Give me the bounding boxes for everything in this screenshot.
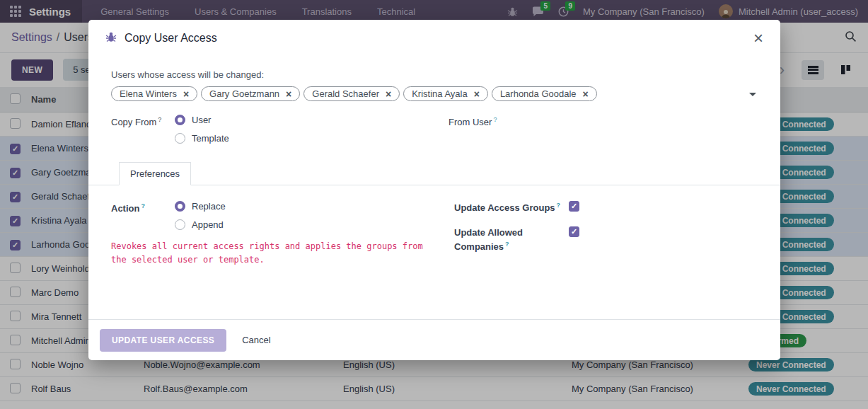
user-tag[interactable]: Kristina Ayala×: [403, 86, 488, 101]
dialog-body: Users whose access will be changed: Elen…: [88, 54, 780, 319]
radio-option-template[interactable]: Template: [175, 133, 229, 144]
user-tag[interactable]: Gary Goetzmann×: [201, 86, 300, 101]
tag-remove-icon[interactable]: ×: [474, 89, 480, 99]
dialog-footer: UPDATE USER ACCESS Cancel: [88, 319, 780, 360]
tag-remove-icon[interactable]: ×: [583, 89, 589, 99]
help-icon[interactable]: ?: [493, 116, 497, 123]
tag-remove-icon[interactable]: ×: [386, 89, 391, 99]
user-tag-label: Gary Goetzmann: [209, 88, 279, 99]
help-icon[interactable]: ?: [557, 202, 561, 209]
user-tags: Elena Winters×Gary Goetzmann×Gerald Scha…: [111, 86, 741, 101]
user-tag-label: Gerald Schaefer: [312, 88, 379, 99]
preferences-pane: Action? ReplaceAppend Revokes all curren…: [111, 201, 758, 267]
user-tag-label: Larhonda Goodale: [500, 88, 577, 99]
tab-preferences[interactable]: Preferences: [119, 162, 191, 185]
radio-icon[interactable]: [175, 133, 185, 144]
tag-remove-icon[interactable]: ×: [183, 89, 189, 99]
cancel-button[interactable]: Cancel: [235, 328, 277, 352]
update-user-access-button[interactable]: UPDATE USER ACCESS: [100, 329, 226, 352]
user-tag[interactable]: Larhonda Goodale×: [492, 86, 597, 101]
help-icon[interactable]: ?: [505, 241, 509, 248]
radio-label[interactable]: Append: [192, 219, 224, 230]
radio-icon[interactable]: [175, 219, 185, 230]
radio-label[interactable]: Template: [192, 133, 229, 144]
update-allowed-companies-label: Update Allowed Companies?: [454, 226, 569, 254]
users-tags-field[interactable]: Elena Winters×Gary Goetzmann×Gerald Scha…: [111, 86, 758, 101]
copy-from-field: Copy From? UserTemplate: [111, 115, 420, 144]
close-icon[interactable]: ×: [753, 30, 763, 47]
dropdown-caret-icon[interactable]: [749, 93, 756, 96]
help-icon[interactable]: ?: [141, 202, 145, 209]
copy-from-radios: UserTemplate: [175, 115, 229, 144]
radio-option-replace[interactable]: Replace: [175, 201, 226, 212]
user-tag[interactable]: Elena Winters×: [111, 86, 197, 101]
radio-icon[interactable]: [175, 201, 185, 212]
update-allowed-companies-checkbox[interactable]: [569, 226, 579, 237]
copy-user-access-dialog: Copy User Access × Users whose access wi…: [88, 20, 780, 360]
action-label: Action?: [111, 201, 175, 214]
update-allowed-companies-field: Update Allowed Companies?: [454, 226, 758, 254]
update-access-groups-field: Update Access Groups?: [454, 201, 758, 215]
notebook-tabs: Preferences: [88, 162, 780, 185]
update-access-groups-checkbox[interactable]: [569, 201, 579, 212]
action-field: Action? ReplaceAppend: [111, 201, 426, 230]
radio-option-append[interactable]: Append: [175, 219, 226, 230]
from-user-label: From User?: [449, 115, 497, 127]
wizard-bug-icon: [105, 31, 117, 45]
user-tag[interactable]: Gerald Schaefer×: [303, 86, 400, 101]
tag-remove-icon[interactable]: ×: [286, 89, 291, 99]
user-tag-label: Kristina Ayala: [412, 88, 468, 99]
screen: Settings General SettingsUsers & Compani…: [0, 0, 868, 409]
radio-label[interactable]: Replace: [192, 201, 226, 212]
update-access-groups-label: Update Access Groups?: [454, 201, 569, 215]
copy-from-label: Copy From?: [111, 115, 175, 127]
users-field-label: Users whose access will be changed:: [111, 69, 758, 80]
from-user-field: From User?: [449, 115, 758, 144]
radio-option-user[interactable]: User: [175, 115, 229, 125]
radio-label[interactable]: User: [192, 115, 211, 125]
action-radios: ReplaceAppend: [175, 201, 226, 230]
radio-icon[interactable]: [175, 115, 185, 125]
replace-warning-text: Revokes all current access rights and ap…: [111, 240, 426, 267]
dialog-title: Copy User Access: [125, 32, 217, 45]
user-tag-label: Elena Winters: [120, 88, 177, 99]
dialog-header: Copy User Access ×: [88, 20, 780, 54]
help-icon[interactable]: ?: [158, 116, 161, 123]
